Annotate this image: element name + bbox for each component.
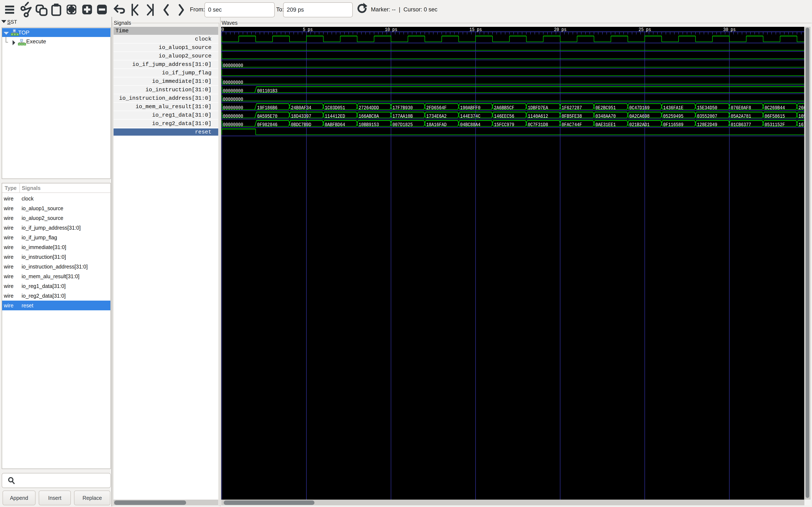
svg-text:00000000: 00000000 xyxy=(223,105,243,111)
svg-text:0A595E70: 0A595E70 xyxy=(257,114,277,119)
svg-text:0C7F31D8: 0C7F31D8 xyxy=(528,122,548,128)
svg-text:18D43397: 18D43397 xyxy=(291,114,311,119)
svg-text:0A2CA698: 0A2CA698 xyxy=(629,114,650,119)
svg-text:20: 20 xyxy=(554,27,559,33)
svg-text:15FCC979: 15FCC979 xyxy=(494,122,514,128)
svg-text:1671A4B2: 1671A4B2 xyxy=(799,122,804,128)
svg-text:15E34D50: 15E34D50 xyxy=(697,105,717,111)
svg-text:190ABFF0: 190ABFF0 xyxy=(460,105,480,111)
svg-text:01CB6377: 01CB6377 xyxy=(731,122,751,128)
svg-text:00000000: 00000000 xyxy=(223,122,243,128)
svg-text:0: 0 xyxy=(221,27,224,33)
svg-text:15: 15 xyxy=(469,27,474,33)
svg-text:021B2AD1: 021B2AD1 xyxy=(629,122,650,128)
svg-text:076E0AF8: 076E0AF8 xyxy=(731,105,751,111)
svg-text:18A16FAD: 18A16FAD xyxy=(426,122,447,128)
svg-text:05A2A781: 05A2A781 xyxy=(731,114,751,119)
svg-text:144E374C: 144E374C xyxy=(460,114,480,119)
svg-text:0F116589: 0F116589 xyxy=(663,122,683,128)
svg-text:27264DDD: 27264DDD xyxy=(359,105,379,111)
svg-text:ps: ps xyxy=(308,27,313,33)
svg-text:0FAC744F: 0FAC744F xyxy=(562,122,582,128)
svg-text:177AA10B: 177AA10B xyxy=(393,114,413,119)
svg-text:007D1825: 007D1825 xyxy=(393,122,413,128)
svg-text:1140A612: 1140A612 xyxy=(528,114,548,119)
svg-text:03552007: 03552007 xyxy=(697,114,717,119)
svg-text:5: 5 xyxy=(303,27,305,33)
svg-text:1436FA1E: 1436FA1E xyxy=(663,105,683,111)
svg-text:24B0AF34: 24B0AF34 xyxy=(291,105,311,111)
svg-text:0F982846: 0F982846 xyxy=(257,122,277,128)
svg-text:0FB5FE38: 0FB5FE38 xyxy=(562,114,582,119)
svg-text:ps: ps xyxy=(477,27,482,33)
svg-text:05259495: 05259495 xyxy=(663,114,683,119)
svg-text:1C03D051: 1C03D051 xyxy=(325,105,345,111)
svg-text:2A6BB5CF: 2A6BB5CF xyxy=(494,105,514,111)
svg-text:0ABFBD64: 0ABFBD64 xyxy=(325,122,345,128)
svg-text:04BC88A4: 04BC88A4 xyxy=(460,122,480,128)
svg-text:001101B3: 001101B3 xyxy=(257,88,277,94)
svg-text:0C47D169: 0C47D169 xyxy=(629,105,650,111)
svg-text:ps: ps xyxy=(730,27,735,33)
svg-text:00000000: 00000000 xyxy=(223,63,243,68)
svg-text:0C269B44: 0C269B44 xyxy=(765,105,785,111)
svg-text:25: 25 xyxy=(639,27,644,33)
svg-text:1DBFD7EA: 1DBFD7EA xyxy=(528,105,548,111)
svg-text:166ABC8A: 166ABC8A xyxy=(359,114,379,119)
svg-text:00000000: 00000000 xyxy=(223,97,243,102)
svg-text:17F7B930: 17F7B930 xyxy=(393,105,413,111)
svg-text:ps: ps xyxy=(392,27,397,33)
svg-text:146EEC56: 146EEC56 xyxy=(494,114,514,119)
svg-text:ps: ps xyxy=(561,27,566,33)
svg-text:0AE31EE1: 0AE31EE1 xyxy=(596,122,616,128)
svg-text:10: 10 xyxy=(385,27,390,33)
svg-text:00000000: 00000000 xyxy=(223,80,243,86)
svg-text:0E2BC951: 0E2BC951 xyxy=(596,105,616,111)
svg-text:10BB9153: 10BB9153 xyxy=(359,122,379,128)
svg-text:06F58615: 06F58615 xyxy=(765,114,785,119)
svg-text:128E2D49: 128E2D49 xyxy=(697,122,717,128)
svg-text:00000000: 00000000 xyxy=(223,88,243,94)
svg-text:19F186B6: 19F186B6 xyxy=(257,105,277,111)
svg-text:0348AA70: 0348AA70 xyxy=(596,114,616,119)
svg-text:30: 30 xyxy=(723,27,728,33)
svg-text:ps: ps xyxy=(646,27,651,33)
svg-text:105E2C9A: 105E2C9A xyxy=(799,114,804,119)
svg-text:00000000: 00000000 xyxy=(223,114,243,119)
svg-text:2FD6564F: 2FD6564F xyxy=(426,105,447,111)
svg-text:114412ED: 114412ED xyxy=(325,114,345,119)
svg-text:1734E6A2: 1734E6A2 xyxy=(426,114,447,119)
svg-text:260C6DC4: 260C6DC4 xyxy=(799,105,804,111)
svg-text:0531152F: 0531152F xyxy=(765,122,785,128)
svg-text:1F627287: 1F627287 xyxy=(562,105,582,111)
svg-text:0BDC7B9D: 0BDC7B9D xyxy=(291,122,311,128)
